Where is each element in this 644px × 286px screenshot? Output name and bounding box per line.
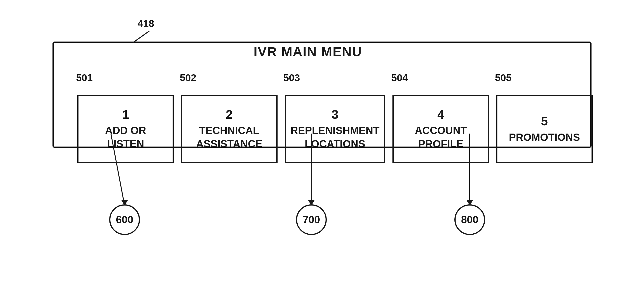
menu-item-505-label: PROMOTIONS [509,131,580,144]
menu-item-504-number: 4 [437,107,444,122]
svg-line-0 [133,31,150,43]
circle-800: 800 [454,204,485,235]
ref-label-502: 502 [180,72,196,84]
menu-item-502-label: TECHNICALASSISTANCE [196,124,262,150]
circle-600: 600 [109,204,140,235]
circle-700: 700 [296,204,327,235]
ref-label-505: 505 [495,72,512,84]
diagram-container: 418 IVR MAIN MENU 501 1 ADD ORLISTEN 50 [38,13,606,273]
circle-600-label: 600 [116,214,133,226]
menu-item-502-number: 2 [226,107,233,122]
menu-item-501[interactable]: 501 1 ADD ORLISTEN [77,95,174,163]
menu-item-503-number: 3 [332,107,338,122]
menu-items-row: 501 1 ADD ORLISTEN 502 2 TECHNICALASSIST… [77,95,593,163]
ref-label-418: 418 [138,18,154,29]
menu-item-503[interactable]: 503 3 REPLENISHMENTLOCATIONS [285,95,385,163]
menu-item-503-label: REPLENISHMENTLOCATIONS [290,124,380,150]
menu-item-504[interactable]: 504 4 ACCOUNTPROFILE [392,95,489,163]
circle-700-label: 700 [302,214,320,226]
menu-item-505[interactable]: 505 5 PROMOTIONS [496,95,593,163]
circle-800-label: 800 [461,214,478,226]
menu-item-504-label: ACCOUNTPROFILE [415,124,467,150]
menu-item-502[interactable]: 502 2 TECHNICALASSISTANCE [181,95,277,163]
ref-label-504: 504 [391,72,408,84]
ref-label-503: 503 [284,72,300,84]
menu-item-501-label: ADD ORLISTEN [105,124,146,150]
ref-label-501: 501 [76,72,93,84]
menu-item-501-number: 1 [122,107,129,122]
menu-item-505-number: 5 [541,114,548,128]
main-box: 501 1 ADD ORLISTEN 502 2 TECHNICALASSIST… [52,41,592,148]
